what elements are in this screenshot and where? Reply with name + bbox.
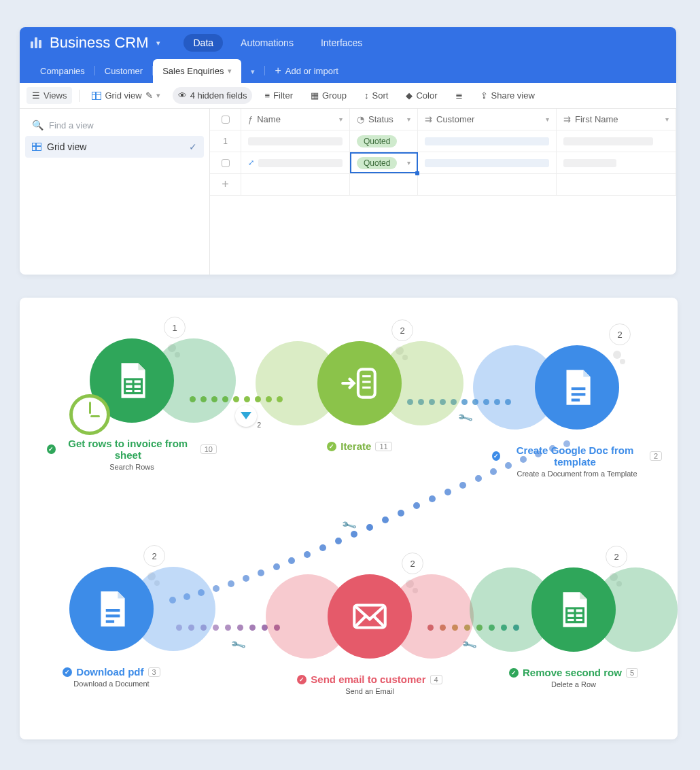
sidebar-view-grid[interactable]: Grid view ✓ — [25, 136, 204, 158]
check-circle-icon: ✓ — [509, 668, 519, 678]
views-sidebar: 🔍 Find a view Grid view ✓ — [20, 109, 210, 275]
node-send-email[interactable]: 2 ✓Send email to customer4 Send an Email — [285, 574, 455, 695]
node-create-doc[interactable]: 2 ✓Create Google Doc from template2 Crea… — [492, 345, 662, 478]
add-or-import[interactable]: +Add or import — [265, 58, 347, 83]
share-view-button[interactable]: ⇪ Share view — [475, 87, 540, 104]
svg-rect-4 — [358, 369, 375, 397]
filter-button[interactable]: ≡ Filter — [259, 87, 298, 104]
tab-sales-enquiries[interactable]: Sales Enquiries ▾ — [153, 59, 241, 83]
chevron-down-icon[interactable]: ▾ — [407, 116, 410, 123]
tab-customer[interactable]: Customer — [95, 59, 152, 83]
plus-icon: + — [210, 174, 241, 195]
chevron-down-icon[interactable]: ▾ — [156, 39, 160, 48]
base-logo-icon — [31, 37, 41, 48]
add-row[interactable]: + — [210, 174, 676, 196]
view-toolbar: ☰ Views Grid view ✎ ▾ 👁 4 hidden fields … — [20, 83, 676, 109]
tab-label: Sales Enquiries — [162, 66, 224, 76]
node-remove-row[interactable]: 2 ✓Remove second row5 Delete a Row — [489, 567, 659, 688]
grid-header: ƒName▾ ◔Status▾ ⇉Customer▾ ⇉First Name▾ — [210, 109, 676, 130]
nav-automations[interactable]: Automations — [231, 34, 303, 52]
chevron-down-icon[interactable]: ▾ — [546, 116, 549, 123]
mail-icon — [349, 595, 391, 637]
data-grid: ƒName▾ ◔Status▾ ⇉Customer▾ ⇉First Name▾ … — [210, 109, 676, 275]
grid-icon — [92, 92, 101, 100]
automation-flow: 🔧 2 🔧 🔧 🔧 1 ✓Get rows to invoice from sh… — [20, 298, 678, 739]
add-label: Add or import — [285, 66, 338, 76]
node-badge: 1 — [164, 317, 186, 338]
sheet-icon — [553, 589, 595, 631]
nav-data[interactable]: Data — [183, 34, 223, 52]
wrench-icon[interactable]: 🔧 — [230, 636, 247, 653]
col-first-name[interactable]: ⇉First Name▾ — [557, 109, 676, 130]
group-button[interactable]: ▦ Group — [305, 87, 352, 104]
nav-interfaces[interactable]: Interfaces — [311, 34, 372, 52]
views-button[interactable]: ☰ Views — [27, 87, 72, 104]
grid-view-button[interactable]: Grid view ✎ ▾ — [86, 87, 165, 104]
search-icon: 🔍 — [32, 120, 43, 130]
count-badge: 3 — [148, 667, 160, 677]
doc-icon — [90, 588, 133, 630]
chevron-down-icon[interactable]: ▾ — [407, 159, 410, 167]
airtable-panel: Business CRM ▾ Data Automations Interfac… — [20, 27, 676, 275]
wrench-icon[interactable]: 🔧 — [457, 409, 474, 426]
table-row[interactable]: ⤢ Quoted▾ — [210, 152, 676, 174]
count-badge: 10 — [200, 444, 217, 454]
chevron-down-icon[interactable]: ▾ — [228, 67, 232, 75]
node-get-rows[interactable]: 1 ✓Get rows to invoice from sheet10 Sear… — [47, 338, 217, 471]
check-circle-icon: ✓ — [327, 442, 336, 451]
node-download-pdf[interactable]: 2 ✓Download pdf3 Download a Document — [27, 567, 196, 688]
clock-icon — [69, 394, 110, 435]
col-customer[interactable]: ⇉Customer▾ — [418, 109, 557, 130]
check-icon: ✓ — [189, 141, 197, 152]
check-circle-icon: ✓ — [63, 667, 72, 677]
row-checkbox[interactable] — [222, 159, 230, 167]
iterate-icon — [338, 362, 381, 404]
sheet-icon — [111, 360, 153, 402]
count-badge: 11 — [375, 442, 391, 451]
count-badge: 4 — [430, 675, 442, 684]
node-badge: 2 — [609, 323, 631, 345]
node-iterate[interactable]: 2 ✓Iterate11 — [275, 341, 444, 452]
col-name[interactable]: ƒName▾ — [241, 109, 350, 130]
col-checkbox[interactable] — [210, 109, 241, 130]
node-badge: 2 — [391, 319, 413, 341]
sort-button[interactable]: ↕ Sort — [359, 87, 393, 104]
row-height-button[interactable]: ≣ — [450, 87, 468, 104]
filter-node[interactable]: 2 — [235, 405, 257, 427]
color-button[interactable]: ◆ Color — [400, 87, 442, 104]
grid-icon — [32, 143, 41, 151]
expand-icon[interactable]: ⤢ — [248, 158, 254, 167]
table-tabs: Companies Customer Sales Enquiries ▾ ▾ +… — [20, 58, 676, 83]
check-circle-icon: ✓ — [492, 451, 500, 461]
tab-companies[interactable]: Companies — [31, 59, 94, 83]
tab-dropdown[interactable]: ▾ — [241, 59, 264, 83]
col-status[interactable]: ◔Status▾ — [350, 109, 418, 130]
cell-fill-handle[interactable] — [415, 171, 419, 175]
status-badge[interactable]: Quoted — [357, 135, 397, 147]
doc-icon — [556, 366, 598, 408]
hidden-fields-button[interactable]: 👁 4 hidden fields — [173, 87, 253, 104]
app-header: Business CRM ▾ Data Automations Interfac… — [20, 27, 676, 58]
plus-icon: + — [275, 65, 281, 76]
check-circle-icon: ✓ — [297, 675, 307, 684]
node-badge: 2 — [402, 553, 423, 574]
status-badge[interactable]: Quoted — [357, 157, 397, 169]
count-badge: 5 — [626, 668, 638, 678]
check-circle-icon: ✓ — [47, 444, 56, 454]
node-badge: 2 — [606, 546, 627, 567]
count-badge: 2 — [650, 451, 662, 461]
node-badge: 2 — [143, 545, 165, 567]
chevron-down-icon[interactable]: ▾ — [665, 116, 669, 123]
base-name[interactable]: Business CRM — [50, 34, 148, 52]
find-view-input[interactable]: 🔍 Find a view — [25, 114, 204, 136]
chevron-down-icon[interactable]: ▾ — [339, 116, 343, 123]
table-row[interactable]: 1 Quoted — [210, 130, 676, 152]
row-number: 1 — [223, 137, 228, 146]
